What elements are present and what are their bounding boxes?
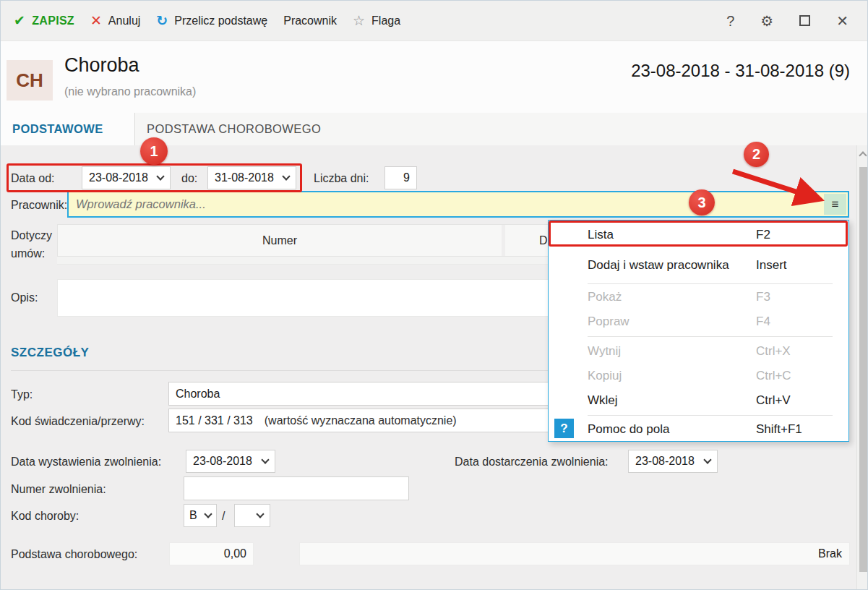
employee-label: Pracownik:	[11, 199, 67, 212]
check-icon: ✔	[14, 14, 25, 27]
menu-item-label: Popraw	[588, 315, 629, 329]
flag-button-label: Flaga	[371, 14, 400, 27]
star-icon: ☆	[353, 14, 365, 27]
sickness-base-value-box: 0,00	[169, 542, 254, 565]
employee-context-menu: Lista F2 Dodaj i wstaw pracownika Insert…	[548, 220, 849, 442]
menu-item-shortcut: Ctrl+V	[756, 393, 791, 408]
tab-podstawa-chorobowego[interactable]: PODSTAWA CHOROBOWEGO	[136, 113, 321, 145]
recalculate-base-label: Przelicz podstawę	[174, 14, 267, 27]
column-separator	[502, 225, 505, 256]
scrollbar-thumb[interactable]	[859, 167, 867, 572]
delivery-date-value: 23-08-2018	[635, 455, 695, 468]
gear-icon[interactable]: ⚙	[760, 14, 773, 28]
menu-item-label: Kopiuj	[588, 369, 622, 383]
menu-item-shortcut: F3	[756, 290, 770, 304]
employee-field: ≡	[67, 191, 849, 218]
date-from-select[interactable]: 23-08-2018	[82, 166, 171, 189]
type-label: Typ:	[11, 388, 33, 401]
toolbar: ✔ ZAPISZ ✕ Anuluj ↻ Przelicz podstawę Pr…	[1, 1, 867, 41]
date-range: 23-08-2018 - 31-08-2018 (9)	[631, 61, 850, 81]
chevron-down-icon	[256, 510, 264, 518]
date-to-select[interactable]: 31-08-2018	[207, 166, 296, 189]
type-value: Choroba	[176, 388, 220, 401]
chevron-down-icon	[261, 456, 269, 463]
disease-code-value: B	[189, 509, 197, 522]
menu-item-wytnij: Wytnij Ctrl+X	[549, 339, 848, 364]
benefit-code-value: 151 / 331 / 313	[176, 414, 253, 427]
disease-code-separator: /	[222, 510, 225, 523]
days-count-field[interactable]: 9	[384, 166, 417, 189]
menu-item-wklej[interactable]: Wklej Ctrl+V	[549, 388, 848, 413]
description-label: Opis:	[11, 291, 38, 304]
sickness-base-label: Podstawa chorobowego:	[11, 548, 137, 561]
help-icon[interactable]: ?	[726, 14, 734, 28]
contracts-col-numer: Numer	[58, 225, 502, 256]
flag-button[interactable]: ☆ Flaga	[353, 14, 400, 27]
disease-code-select-2[interactable]	[234, 504, 270, 527]
employee-menu-label: Pracownik	[283, 14, 337, 27]
chevron-down-icon	[282, 172, 290, 180]
annotation-number: 2	[752, 146, 760, 163]
record-header: CH Choroba (nie wybrano pracownika) 23-0…	[1, 41, 867, 113]
avatar: CH	[7, 60, 53, 101]
cancel-button-label: Anuluj	[108, 14, 140, 27]
disease-code-label: Kod choroby:	[11, 510, 79, 523]
menu-item-label: Wklej	[588, 393, 618, 408]
vertical-scrollbar	[856, 145, 868, 590]
window-controls: ? ⚙ ✕	[726, 14, 848, 28]
menu-item-label: Wytnij	[588, 344, 621, 359]
scroll-up-icon[interactable]	[859, 151, 867, 159]
menu-item-lista[interactable]: Lista F2	[549, 222, 848, 248]
refresh-icon: ↻	[156, 14, 168, 27]
menu-item-shortcut: Insert	[756, 258, 787, 273]
menu-item-shortcut: Shift+F1	[756, 422, 802, 437]
save-button-label: ZAPISZ	[32, 14, 74, 27]
menu-item-shortcut: Ctrl+X	[756, 344, 791, 359]
release-number-field[interactable]	[184, 476, 409, 500]
employee-field-menu-button[interactable]: ≡	[824, 194, 846, 215]
menu-item-shortcut: F2	[756, 228, 770, 242]
date-from-label: Data od:	[11, 172, 54, 185]
x-icon: ✕	[90, 14, 102, 27]
date-from-value: 23-08-2018	[89, 171, 148, 184]
delivery-date-select[interactable]: 23-08-2018	[628, 450, 718, 473]
disease-code-select[interactable]: B	[184, 504, 217, 527]
benefit-code-note: (wartość wyznaczana automatycznie)	[265, 414, 457, 427]
page-title: Choroba	[64, 54, 139, 77]
close-icon[interactable]: ✕	[836, 14, 848, 28]
menu-item-label: Dodaj i wstaw pracownika	[588, 258, 729, 273]
delivery-date-label: Data dostarczenia zwolnienia:	[455, 456, 609, 469]
menu-item-pomoc-do-pola[interactable]: Pomoc do pola Shift+F1	[549, 417, 848, 441]
menu-separator	[588, 283, 833, 284]
tab-bar: PODSTAWOWE PODSTAWA CHOROBOWEGO	[1, 113, 867, 145]
contracts-col-partial: D	[539, 225, 548, 256]
contracts-label: Dotyczy umów:	[11, 226, 59, 262]
employee-menu-button[interactable]: Pracownik	[283, 14, 337, 27]
maximize-icon[interactable]	[799, 15, 810, 26]
menu-separator	[588, 415, 833, 416]
menu-item-popraw: Popraw F4	[549, 309, 848, 334]
date-to-label: do:	[181, 172, 197, 185]
employee-input[interactable]	[69, 197, 848, 211]
date-to-value: 31-08-2018	[215, 171, 274, 184]
issue-date-select[interactable]: 23-08-2018	[186, 450, 275, 473]
save-button[interactable]: ✔ ZAPISZ	[14, 14, 74, 27]
sickness-base-info: Brak	[818, 547, 842, 560]
app-window: ✔ ZAPISZ ✕ Anuluj ↻ Przelicz podstawę Pr…	[0, 0, 868, 590]
release-number-label: Numer zwolnienia:	[11, 483, 106, 496]
cancel-button[interactable]: ✕ Anuluj	[90, 14, 140, 27]
menu-item-dodaj-i-wstaw[interactable]: Dodaj i wstaw pracownika Insert	[549, 252, 848, 278]
tab-podstawowe[interactable]: PODSTAWOWE	[1, 113, 135, 145]
recalculate-base-button[interactable]: ↻ Przelicz podstawę	[156, 14, 267, 27]
page-subtitle: (nie wybrano pracownika)	[64, 85, 196, 98]
days-count-label: Liczba dni:	[314, 172, 369, 185]
menu-item-kopiuj: Kopiuj Ctrl+C	[549, 364, 848, 388]
menu-item-shortcut: F4	[756, 315, 770, 329]
chevron-down-icon	[204, 510, 212, 518]
menu-item-shortcut: Ctrl+C	[756, 369, 791, 383]
chevron-down-icon	[156, 172, 164, 180]
details-section-heading: SZCZEGÓŁY	[11, 346, 89, 360]
menu-item-pokaz: Pokaż F3	[549, 285, 848, 309]
sickness-base-info-box: Brak	[299, 542, 850, 565]
menu-item-label: Pokaż	[588, 290, 622, 304]
